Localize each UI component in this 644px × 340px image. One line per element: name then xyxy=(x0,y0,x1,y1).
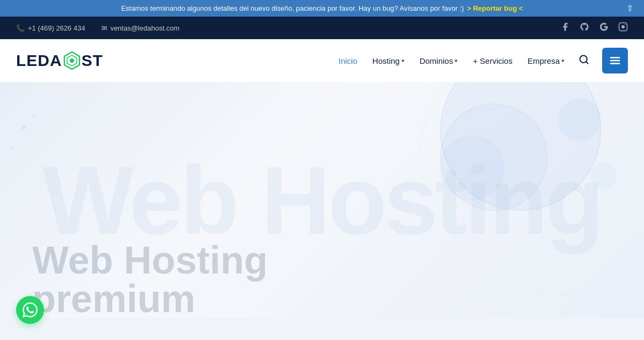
social-icons-group xyxy=(560,22,628,34)
email-icon: ✉ xyxy=(101,24,107,32)
nav-dominios[interactable]: Dominios ▾ xyxy=(414,52,464,70)
hamburger-menu-button[interactable] xyxy=(602,48,628,73)
nav-inicio[interactable]: Inicio xyxy=(333,52,363,70)
hero-content: Web Hosting premium xyxy=(32,241,612,318)
hero-subtitle: premium xyxy=(32,279,612,318)
empresa-chevron-icon: ▾ xyxy=(561,57,565,64)
svg-point-4 xyxy=(70,58,74,63)
phone-contact: 📞 +1 (469) 2626 434 xyxy=(16,24,85,32)
nav-empresa[interactable]: Empresa ▾ xyxy=(522,52,570,70)
logo-hex-icon xyxy=(62,51,82,70)
phone-number: +1 (469) 2626 434 xyxy=(28,24,85,32)
nav-links: Inicio Hosting ▾ Dominios ▾ + Servicios … xyxy=(333,48,628,73)
announcement-bar: Estamos terminando algunos detalles del … xyxy=(0,0,644,17)
hosting-chevron-icon: ▾ xyxy=(401,57,405,64)
logo-text-after: ST xyxy=(82,51,103,70)
email-address: ventas@ledahost.com xyxy=(111,24,180,32)
nav-servicios[interactable]: + Servicios xyxy=(467,52,518,70)
report-bug-link[interactable]: > Reportar bug < xyxy=(467,4,523,12)
nav-hosting[interactable]: Hosting ▾ xyxy=(367,52,410,70)
hero-section: Web Hosting Web Hosting premium xyxy=(0,82,644,318)
github-icon[interactable] xyxy=(580,22,589,34)
whatsapp-float-button[interactable] xyxy=(16,296,44,324)
facebook-icon[interactable] xyxy=(560,22,570,34)
googleplus-icon[interactable] xyxy=(599,22,609,34)
instagram-icon[interactable] xyxy=(618,22,628,34)
dominios-chevron-icon: ▾ xyxy=(455,57,458,64)
email-contact: ✉ ventas@ledahost.com xyxy=(101,24,180,32)
scroll-up-icon[interactable]: ⇧ xyxy=(626,3,633,13)
main-navbar: LEDA ST Inicio Hosting ▾ Dominios ▾ + Se… xyxy=(0,39,644,82)
logo-link[interactable]: LEDA ST xyxy=(16,51,103,70)
contact-bar: 📞 +1 (469) 2626 434 ✉ ventas@ledahost.co… xyxy=(0,17,644,39)
phone-icon: 📞 xyxy=(16,24,25,32)
logo-text-before: LEDA xyxy=(16,51,62,70)
hero-title: Web Hosting xyxy=(32,241,612,279)
announcement-text: Estamos terminando algunos detalles del … xyxy=(121,4,464,12)
svg-line-6 xyxy=(586,61,588,63)
search-button[interactable] xyxy=(574,50,594,72)
